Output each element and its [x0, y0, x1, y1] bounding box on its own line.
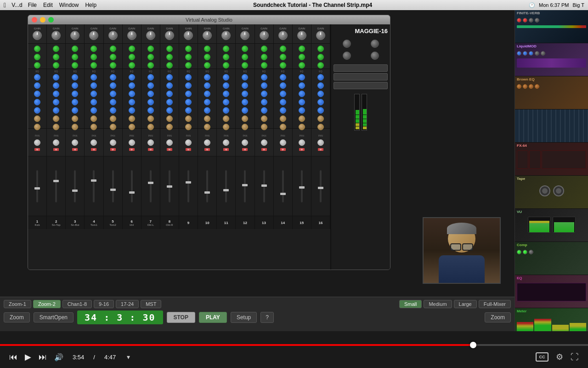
play-button[interactable]: PLAY	[199, 312, 227, 323]
plugin-vu-meter[interactable]: VU	[515, 209, 588, 242]
zoom-left-button[interactable]: Zoom	[4, 312, 30, 322]
menu-window[interactable]: Window	[59, 2, 79, 8]
plugin-strips[interactable]	[515, 109, 588, 143]
plugin-brown-eq[interactable]: Brown EQ	[515, 76, 588, 109]
top-section: Virtual Analog Studio GAINGA	[0, 10, 588, 331]
size-full-mixer[interactable]: Full-Mixer	[479, 300, 511, 308]
menu-edit[interactable]: Edit	[43, 2, 53, 8]
person-hair	[447, 223, 476, 234]
plugin-knob[interactable]	[523, 250, 527, 254]
user-name: Big T	[573, 2, 584, 8]
plugin-knob[interactable]	[535, 84, 539, 89]
clock-icon: 🕐	[529, 2, 535, 8]
apple-menu[interactable]: 	[4, 1, 6, 9]
plugin-knob[interactable]	[541, 51, 545, 56]
plugin-knob[interactable]	[529, 250, 533, 254]
assign-btn-1[interactable]	[334, 64, 388, 72]
plugin-meter-label: Meter	[515, 308, 588, 314]
settings-icon[interactable]: ⚙	[556, 352, 563, 362]
plugin-knob[interactable]	[523, 84, 527, 89]
video-area: Virtual Analog Studio GAINGA	[0, 10, 514, 331]
plugin-knob[interactable]	[535, 51, 539, 56]
mixer-content: GAINGAINGAINGAINGAINGAINGAINGAINGAINGAIN…	[28, 24, 390, 270]
plugin-brown-eq-label: Brown EQ	[515, 76, 588, 82]
timecode-display: 34 : 3 : 30	[77, 310, 163, 324]
plugin-eq2[interactable]: EQ	[515, 275, 588, 308]
main-container: Virtual Analog Studio GAINGA	[0, 10, 588, 368]
player-buttons: ⏮ ▶ ⏭ 🔊 3:54 / 4:47 ▾ CC ⚙ ⛶	[0, 346, 588, 368]
quality-dropdown[interactable]: ▾	[127, 353, 130, 361]
close-button[interactable]	[32, 17, 37, 23]
webcam-person	[424, 218, 500, 283]
tab-9-16[interactable]: 9-16	[94, 300, 114, 308]
tab-17-24[interactable]: 17-24	[116, 300, 139, 308]
plugin-knob[interactable]	[535, 18, 539, 23]
plugin-knob[interactable]	[517, 84, 521, 89]
bottom-controls: Zoom-1 Zoom-2 Chan1-8 9-16 17-24 MST Sma…	[0, 297, 514, 331]
help-button[interactable]: ?	[260, 312, 274, 323]
plugin-knob[interactable]	[529, 51, 533, 56]
plugin-compressor[interactable]: Comp	[515, 242, 588, 275]
maximize-button[interactable]	[48, 17, 54, 23]
plugin-liquidmod-label: LiquidMOD	[515, 43, 588, 49]
zoom-right-button[interactable]: Zoom	[485, 312, 511, 322]
mixer-title: Virtual Analog Studio	[186, 17, 232, 23]
plugin-knob[interactable]	[529, 84, 533, 89]
plugin-finite-verb-label: FINITE-VERB	[515, 10, 588, 16]
minimize-button[interactable]	[40, 17, 45, 23]
size-medium[interactable]: Medium	[424, 300, 452, 308]
total-time: 4:47	[104, 354, 116, 361]
plugin-knob[interactable]	[517, 18, 521, 23]
size-large[interactable]: Large	[454, 300, 477, 308]
progress-knob[interactable]	[470, 342, 476, 348]
progress-bar[interactable]	[0, 344, 588, 346]
tab-chan1-8[interactable]: Chan1-8	[62, 300, 92, 308]
smart-open-button[interactable]: SmartOpen	[34, 312, 74, 322]
tab-zoom1[interactable]: Zoom-1	[4, 300, 31, 308]
assign-btn-2[interactable]	[334, 73, 388, 80]
master-knob-3[interactable]	[343, 52, 351, 60]
webcam-overlay	[423, 217, 501, 284]
size-small[interactable]: Small	[399, 300, 422, 308]
plugin-vu-label: VU	[515, 209, 588, 215]
plugin-meter[interactable]: Meter	[515, 308, 588, 331]
menu-help[interactable]: Help	[85, 2, 96, 8]
plugin-knob[interactable]	[523, 51, 527, 56]
current-time: 3:54	[73, 354, 84, 361]
transport-row: Zoom SmartOpen 34 : 3 : 30 STOP PLAY Set…	[0, 310, 514, 325]
plugin-knob[interactable]	[517, 51, 521, 56]
tab-mst[interactable]: MST	[141, 300, 161, 308]
plugin-liquidmod[interactable]: LiquidMOD	[515, 43, 588, 76]
skip-back-icon[interactable]: ⏮	[9, 352, 17, 362]
plugin-knob[interactable]	[523, 18, 527, 23]
menu-file[interactable]: File	[28, 2, 37, 8]
plugin-knob[interactable]	[517, 250, 521, 254]
plugin-eq2-label: EQ	[515, 275, 588, 281]
skip-forward-icon[interactable]: ⏭	[39, 352, 47, 362]
plugin-tape[interactable]: Tape	[515, 176, 588, 209]
setup-button[interactable]: Setup	[231, 312, 257, 323]
tab-zoom2[interactable]: Zoom-2	[33, 300, 61, 308]
stop-button[interactable]: STOP	[167, 312, 195, 323]
app-name: V...d	[11, 2, 23, 8]
mixer-brand: MAGGIE-16	[334, 27, 388, 37]
menubar-menus: File Edit Window Help	[28, 2, 96, 8]
master-knob-2[interactable]	[371, 40, 379, 48]
plugin-knob[interactable]	[529, 18, 533, 23]
plugin-finite-verb[interactable]: FINITE-VERB	[515, 10, 588, 43]
volume-icon[interactable]: 🔊	[54, 353, 63, 362]
plugin-fx64[interactable]: FX-64	[515, 143, 588, 176]
mixer-window: Virtual Analog Studio GAINGA	[28, 15, 390, 270]
master-knob-1[interactable]	[343, 40, 351, 48]
master-knob-4[interactable]	[371, 52, 379, 60]
progress-fill	[0, 344, 476, 346]
menubar-right: 🕐 Mon 6:37 PM Big T	[529, 2, 584, 8]
cc-button[interactable]: CC	[536, 352, 548, 362]
mixer-titlebar: Virtual Analog Studio	[28, 15, 390, 24]
menubar-left:  V...d File Edit Window Help	[4, 1, 96, 9]
assign-btn-3[interactable]	[334, 82, 388, 89]
play-pause-icon[interactable]: ▶	[25, 352, 31, 362]
person-glasses	[450, 243, 473, 249]
fullscreen-icon[interactable]: ⛶	[571, 352, 579, 362]
time-separator: /	[93, 354, 95, 361]
